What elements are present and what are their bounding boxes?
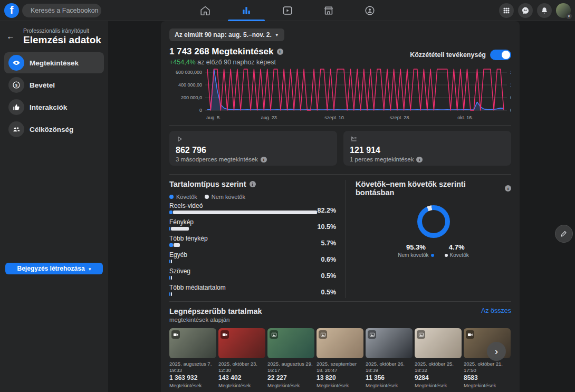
- stat-card[interactable]: 862 796 3 másodperces megtekintéseki: [169, 131, 337, 166]
- legend-item: Nem követők: [205, 194, 245, 200]
- publish-activity-toggle[interactable]: [490, 50, 511, 60]
- content-views-label: Megtekintések: [366, 383, 413, 388]
- dollar-icon: $: [8, 77, 24, 93]
- sidebar-item-thumb[interactable]: Interakciók: [4, 97, 104, 118]
- marketplace-icon: [323, 5, 334, 16]
- stat-value: 862 796: [176, 146, 331, 155]
- svg-text:1: 1: [510, 70, 511, 75]
- content-thumbnail: [415, 328, 462, 358]
- info-icon[interactable]: i: [261, 157, 267, 162]
- content-date: 2025. október 25. 18:32: [415, 361, 462, 374]
- info-icon[interactable]: i: [416, 157, 423, 162]
- content-type-bar: [169, 292, 172, 296]
- svg-text:0: 0: [510, 108, 511, 113]
- content-type-bar: [169, 243, 180, 247]
- see-all-link[interactable]: Az összes: [481, 307, 511, 314]
- nav-tab-home[interactable]: [185, 0, 226, 21]
- views-summary-row: 1 743 268 Megtekintések i +454,4% az elő…: [169, 46, 511, 66]
- notifications-button[interactable]: [537, 3, 552, 18]
- sidebar-item-people[interactable]: Célközönség: [4, 119, 104, 140]
- content-views-label: Megtekintések: [267, 383, 314, 388]
- photo-icon: [319, 330, 327, 339]
- legend-dot: [431, 254, 434, 257]
- eye-icon: [8, 55, 24, 71]
- popular-content-card[interactable]: 2025. október 21. 17:50 8583 Megtekintés…: [464, 328, 511, 388]
- content-date: 2025. október 26. 18:39: [366, 361, 413, 374]
- content-type-bar: [169, 227, 189, 231]
- content-type-percent: 10.5%: [318, 223, 336, 231]
- content-type-row: Szöveg 0.5%: [169, 267, 336, 282]
- content-date: 2025. augusztus 29. 16:17: [267, 361, 314, 374]
- chevron-down-icon: ▾: [566, 13, 572, 19]
- content-type-percent: 82.2%: [318, 207, 336, 214]
- content-type-bar: [169, 260, 172, 263]
- next-cards-button[interactable]: ›: [487, 342, 506, 361]
- content-type-row: Egyéb 0.6%: [169, 251, 336, 265]
- popular-content-cards: 2025. augusztus 7. 19:33 1 363 932 Megte…: [169, 328, 511, 388]
- back-button[interactable]: ←: [4, 30, 17, 42]
- messenger-icon: [521, 6, 530, 15]
- facebook-logo[interactable]: f: [4, 3, 19, 18]
- content-type-label: Fénykép: [169, 218, 336, 226]
- info-icon[interactable]: i: [250, 181, 256, 187]
- search-input[interactable]: Keresés a Facebookon: [22, 4, 101, 17]
- popular-content-card[interactable]: 2025. szeptember 18. 20:47 13 820 Megtek…: [317, 328, 363, 388]
- popular-content-card[interactable]: 2025. október 25. 18:32 9284 Megtekintés…: [415, 328, 462, 388]
- content-views: 8583: [464, 374, 511, 381]
- popular-content-subtitle: megtekintések alapján: [169, 317, 262, 323]
- play-icon: [176, 135, 184, 143]
- nav-tab-insights[interactable]: [226, 0, 267, 21]
- messenger-button[interactable]: [518, 3, 533, 18]
- followers-donut-chart: [417, 205, 450, 238]
- menu-button[interactable]: [499, 3, 514, 18]
- content-type-percent: 5.7%: [321, 240, 337, 247]
- content-type-row: Több médiatartalom 0.5%: [169, 284, 336, 298]
- nav-tab-marketplace[interactable]: [308, 0, 349, 21]
- svg-text:szept. 10.: szept. 10.: [324, 115, 345, 120]
- sidebar-item-label: Megtekintések: [30, 59, 79, 67]
- content-type-title: Tartalomtípus szerint: [169, 180, 246, 188]
- content-type-row: Reels-videó 82.2%: [169, 202, 336, 216]
- video-icon: [171, 330, 180, 339]
- stat-card[interactable]: 121 914 1 perces megtekintéseki: [343, 131, 511, 166]
- popular-content-card[interactable]: 2025. október 26. 18:39 11 356 Megtekint…: [366, 328, 413, 388]
- toggle-knob: [502, 51, 510, 59]
- donut-stat: 95.3% Nem követők: [398, 243, 434, 258]
- sidebar-item-label: Bevétel: [30, 81, 55, 89]
- sidebar-item-eye[interactable]: Megtekintések: [4, 52, 104, 73]
- nav-tab-groups[interactable]: [349, 0, 390, 21]
- content-type-percent: 0.5%: [321, 272, 337, 280]
- popular-content-card[interactable]: 2025. augusztus 29. 16:17 22 227 Megteki…: [267, 328, 314, 388]
- svg-text:200 000,0: 200 000,0: [181, 95, 202, 100]
- svg-text:aug. 23.: aug. 23.: [261, 115, 279, 120]
- content-date: 2025. szeptember 18. 20:47: [317, 361, 363, 374]
- compose-edit-button[interactable]: [555, 225, 573, 243]
- content-views: 22 227: [267, 374, 314, 381]
- content-type-row: Több fénykép 5.7%: [169, 235, 336, 249]
- date-range-label: Az elmúlt 90 nap: aug. 5.–nov. 2.: [175, 31, 272, 39]
- date-range-filter[interactable]: Az elmúlt 90 nap: aug. 5.–nov. 2. ▼: [169, 28, 284, 41]
- popular-content-card[interactable]: 2025. október 23. 12:30 143 402 Megtekin…: [218, 328, 265, 388]
- content-type-row: Fénykép 10.5%: [169, 218, 336, 233]
- legend-dot: [205, 195, 209, 199]
- svg-text:600 000,000: 600 000,000: [176, 70, 202, 75]
- photo-icon: [417, 330, 425, 339]
- publish-activity-label: Közzétételi tevékenység: [410, 51, 486, 59]
- content-views: 143 402: [218, 374, 265, 381]
- info-icon[interactable]: i: [277, 49, 283, 55]
- svg-text:0: 0: [510, 95, 511, 100]
- popular-content-card[interactable]: 2025. augusztus 7. 19:33 1 363 932 Megte…: [169, 328, 216, 388]
- menu-icon: [502, 6, 511, 15]
- nav-tab-video[interactable]: [267, 0, 308, 21]
- sidebar-item-dollar[interactable]: $ Bevétel: [4, 74, 104, 95]
- create-post-button[interactable]: Bejegyzés létrehozása ▾: [5, 263, 103, 274]
- content-type-percent: 0.6%: [321, 256, 337, 263]
- divider: [169, 125, 511, 126]
- info-icon[interactable]: i: [505, 185, 511, 192]
- profile-avatar[interactable]: ▾: [556, 3, 571, 18]
- content-type-label: Reels-videó: [169, 202, 336, 209]
- photo-icon: [368, 330, 376, 339]
- stat-label: 1 perces megtekintések: [350, 156, 414, 162]
- insights-panel: Az elmúlt 90 nap: aug. 5.–nov. 2. ▼ 1 74…: [161, 21, 520, 392]
- sidebar-item-label: Interakciók: [30, 103, 67, 111]
